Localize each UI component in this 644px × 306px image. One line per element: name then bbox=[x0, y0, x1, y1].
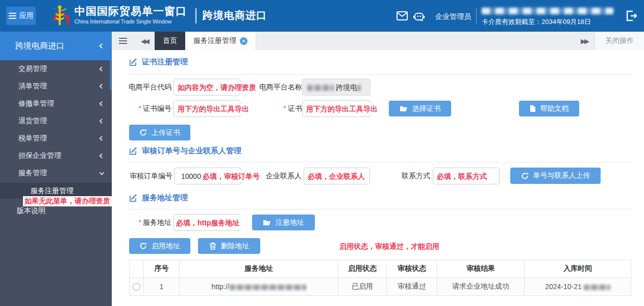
card-validity: 卡介质有效期截至：2034年09月18日 bbox=[482, 17, 613, 27]
mail-icon[interactable] bbox=[397, 11, 408, 20]
service-robot-icon[interactable] bbox=[413, 11, 424, 20]
collapse-sidebar-icon[interactable] bbox=[112, 32, 134, 50]
sidebar-item-tax[interactable]: 税单管理 bbox=[0, 130, 112, 147]
cert-no-annotation: 用下方的导出工具导出 bbox=[177, 104, 250, 114]
redacted-url bbox=[230, 285, 306, 290]
main-content: 证书注册管理 电商平台代码 如内容为空，请办理资质 电商平台名称 跨境电 *证书… bbox=[112, 50, 644, 306]
sidebar-scrollbar[interactable] bbox=[110, 50, 111, 90]
platform-name-label: 电商平台名称 bbox=[253, 79, 302, 96]
undo-arrow-icon bbox=[139, 242, 147, 250]
cell-enable-status: 已启用 bbox=[338, 278, 387, 296]
sidebar-item-label: 服务管理 bbox=[18, 169, 47, 178]
sidebar-item-label: 交易管理 bbox=[18, 64, 47, 74]
sidebar-item-label: 税单管理 bbox=[18, 134, 47, 143]
phone-input[interactable]: 必填，联系方式 bbox=[433, 168, 500, 184]
scroll-tabs-left-icon[interactable]: ◀◀ bbox=[134, 32, 155, 50]
single-window-app: 应用 中国国际贸易单一窗口 China International Trade … bbox=[0, 0, 644, 306]
sidebar-item-list[interactable]: 清单管理 bbox=[0, 78, 112, 95]
tab-label: 首页 bbox=[163, 36, 177, 45]
order-no-annotation: 必填，审核订单号 bbox=[202, 171, 261, 181]
choose-cert-button[interactable]: 选择证书 bbox=[389, 101, 451, 116]
customs-logo-icon bbox=[47, 4, 72, 28]
close-operations-label: 关闭操作 bbox=[605, 36, 634, 45]
contact-annotation: 必填，企业联系人 bbox=[307, 171, 366, 181]
section-title-text: 证书注册管理 bbox=[142, 57, 188, 67]
sidebar-item-service[interactable]: 服务管理 bbox=[0, 164, 112, 182]
required-asterisk: * bbox=[284, 104, 286, 112]
order-no-label: 审核订单编号 bbox=[122, 168, 172, 184]
upload-cert-button[interactable]: 上传证书 bbox=[129, 125, 190, 140]
cert-label: *证书 bbox=[266, 100, 302, 117]
undo-arrow-icon bbox=[521, 172, 529, 180]
enable-note: 启用状态，审核通过，才能启用 bbox=[339, 242, 439, 251]
help-doc-button[interactable]: 帮助文档 bbox=[519, 101, 579, 116]
button-label: 单号与联系人上传 bbox=[533, 171, 590, 180]
close-operations-menu[interactable]: 关闭操作 bbox=[595, 32, 644, 50]
sidebar-item-label: 退货管理 bbox=[18, 116, 47, 126]
phone-annotation: 必填，联系方式 bbox=[436, 171, 488, 181]
cert-no-input[interactable]: 用下方的导出工具导出 bbox=[174, 100, 240, 117]
sidebar-item-return[interactable]: 退货管理 bbox=[0, 112, 112, 130]
platform-name-input: 跨境电 bbox=[302, 79, 370, 96]
close-tab-icon[interactable]: ✕ bbox=[240, 37, 247, 45]
th-audit-result: 审核结果 bbox=[437, 260, 525, 278]
sidebar-item-trade[interactable]: 交易管理 bbox=[0, 60, 112, 78]
th-enable-status: 启用状态 bbox=[338, 260, 387, 278]
section-title-text: 审核订单号与企业联系人管理 bbox=[142, 146, 241, 156]
folder-open-icon bbox=[400, 105, 408, 112]
scroll-tabs-right-icon[interactable]: ▶▶ bbox=[574, 32, 595, 50]
service-addr-input[interactable]: 必填，http服务地址 bbox=[174, 214, 240, 231]
required-asterisk: * bbox=[139, 218, 141, 226]
th-select bbox=[130, 260, 144, 278]
sidebar-item-guarantee[interactable]: 担保企业管理 bbox=[0, 147, 112, 164]
contact-input[interactable]: 必填，企业联系人 bbox=[304, 168, 370, 184]
brand-subtitle: China International Trade Single Window bbox=[75, 18, 187, 25]
button-label: 注册地址 bbox=[276, 218, 304, 227]
button-label: 选择证书 bbox=[412, 104, 441, 113]
chevron-left-icon bbox=[100, 153, 105, 158]
enable-addr-button[interactable]: 启用地址 bbox=[129, 238, 190, 254]
order-section-title: 审核订单号与企业联系人管理 bbox=[129, 146, 241, 156]
button-label: 帮助文档 bbox=[540, 104, 569, 113]
chevron-left-icon bbox=[100, 84, 105, 89]
order-contact-upload-button[interactable]: 单号与联系人上传 bbox=[510, 168, 601, 184]
row-radio[interactable] bbox=[133, 283, 140, 291]
required-asterisk: * bbox=[139, 104, 141, 112]
chevron-down-icon bbox=[100, 170, 105, 175]
tab-service-register[interactable]: 服务注册管理 ✕ bbox=[185, 32, 256, 50]
order-no-value: 10000 bbox=[181, 168, 201, 185]
folder-open-icon bbox=[263, 219, 271, 226]
order-no-input[interactable]: 10000 必填，审核订单号 bbox=[175, 168, 241, 184]
top-header: 应用 中国国际贸易单一窗口 China International Trade … bbox=[0, 0, 644, 32]
cell-audit-result: 请求企业地址成功 bbox=[437, 278, 525, 296]
platform-code-label: 电商平台代码 bbox=[122, 79, 171, 96]
platform-code-input[interactable]: 如内容为空，请办理资质 bbox=[174, 79, 240, 96]
platform-name-visible: 跨境电 bbox=[336, 83, 357, 91]
tab-home[interactable]: 首页 bbox=[155, 32, 185, 50]
button-label: 上传证书 bbox=[152, 128, 180, 137]
phone-label: 联系方式 bbox=[402, 168, 430, 184]
header-divider-2 bbox=[476, 8, 477, 23]
delete-addr-button[interactable]: 删除地址 bbox=[198, 238, 260, 254]
cert-input[interactable]: 用下方的导出工具导出 bbox=[302, 100, 370, 117]
sidebar-item-amend[interactable]: 修撤单管理 bbox=[0, 95, 112, 112]
cell-time: 2024-10-21 bbox=[525, 278, 631, 296]
module-title: 跨境电商进口 bbox=[203, 9, 267, 22]
sidebar-root-import[interactable]: 跨境电商进口 bbox=[0, 32, 112, 60]
sidebar-annotation: 如果无此菜单，请办理资质 bbox=[23, 196, 112, 206]
section-title-text: 服务地址管理 bbox=[142, 193, 188, 203]
th-seq: 序号 bbox=[144, 260, 180, 278]
app-menu-button[interactable]: 应用 bbox=[6, 7, 36, 25]
register-addr-button[interactable]: 注册地址 bbox=[252, 215, 315, 230]
redacted-company-name bbox=[482, 8, 613, 14]
divider bbox=[129, 209, 633, 209]
sidebar-item-label: 修撤单管理 bbox=[18, 99, 54, 108]
edit-icon bbox=[129, 58, 138, 66]
th-time: 入库时间 bbox=[525, 260, 631, 278]
table-row: 1 http:// 已启用 审核通过 请求企业地址成功 2024-10-21 bbox=[130, 278, 631, 296]
logout-icon[interactable] bbox=[626, 10, 638, 21]
user-role[interactable]: 企业管理员 bbox=[435, 12, 471, 21]
sidebar-item-label: 清单管理 bbox=[18, 82, 47, 91]
sidebar-subitem-label: 服务注册管理 bbox=[31, 186, 73, 196]
sidebar: 跨境电商进口 交易管理 清单管理 修撤单管理 退货管理 税单管理 担保企业管理 bbox=[0, 32, 112, 306]
